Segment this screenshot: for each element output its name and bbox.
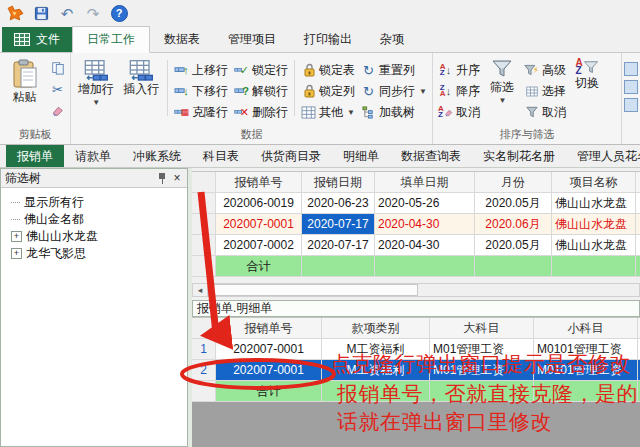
other-button[interactable]: 其他▼: [298, 102, 358, 122]
table-cell[interactable]: 2020-05-26: [375, 193, 475, 214]
filter-button[interactable]: 筛选 ▼: [483, 56, 521, 105]
reset-column-button[interactable]: ↻重置列: [358, 60, 430, 80]
doc-tab-data-query[interactable]: 数据查询表: [390, 145, 472, 167]
col-header[interactable]: 报销单号: [216, 318, 322, 339]
row-indicator[interactable]: [192, 193, 216, 214]
tree-item-foshan-shanshuilongpan[interactable]: +佛山山水龙盘: [11, 228, 187, 245]
selected-cell[interactable]: M工资福利: [322, 360, 430, 381]
row-indicator[interactable]: 1: [192, 339, 216, 360]
tab-daily-work[interactable]: 日常工作: [72, 26, 150, 53]
delete-row-button[interactable]: ✕删除行: [231, 102, 291, 122]
col-header[interactable]: 项目名称: [552, 172, 636, 193]
tab-file[interactable]: 文件: [2, 27, 72, 52]
doc-tab-payment-request[interactable]: 请款单: [64, 145, 122, 167]
paste-button[interactable]: 粘贴: [2, 56, 47, 104]
close-icon[interactable]: ×: [171, 171, 183, 185]
advanced-filter-button[interactable]: ⚡高级: [521, 60, 569, 80]
doc-tab-supplier-directory[interactable]: 供货商目录: [250, 145, 332, 167]
table-cell[interactable]: 202007-0001: [216, 214, 302, 235]
col-header[interactable]: [636, 172, 640, 193]
cut-button[interactable]: ✂: [47, 79, 68, 99]
filter-select-button[interactable]: 选择: [521, 81, 569, 101]
table-cell[interactable]: M01管理工资: [430, 339, 534, 360]
lock-row-button[interactable]: ✓锁定行: [231, 60, 291, 80]
tab-misc[interactable]: 杂项: [366, 27, 418, 52]
col-header[interactable]: 大科目: [430, 318, 534, 339]
help-button[interactable]: ?: [110, 4, 128, 22]
filter-cancel-button[interactable]: 取消: [521, 102, 569, 122]
move-up-row-button[interactable]: ↑上移行: [171, 60, 231, 80]
table-cell[interactable]: [636, 235, 640, 256]
col-header[interactable]: 报销日期: [302, 172, 375, 193]
table-cell[interactable]: 202006-0019: [216, 193, 302, 214]
copy-button[interactable]: [47, 58, 68, 78]
doc-tab-expense-form[interactable]: 报销单: [6, 145, 64, 167]
insert-row-button[interactable]: 插入行: [119, 56, 165, 96]
row-indicator[interactable]: 2: [192, 360, 216, 381]
selected-cell[interactable]: 2020-07-17: [302, 214, 375, 235]
table-cell[interactable]: 2020-07-17: [302, 235, 375, 256]
doc-tab-detail-form[interactable]: 明细单: [332, 145, 390, 167]
save-button[interactable]: [32, 4, 50, 22]
clone-row-button[interactable]: ▦克隆行: [171, 102, 231, 122]
selected-cell[interactable]: 202007-0001: [216, 360, 322, 381]
col-header[interactable]: 款项类别: [322, 318, 430, 339]
scroll-left-button[interactable]: ◂: [193, 284, 208, 296]
col-header[interactable]: 月份: [475, 172, 552, 193]
redo-button[interactable]: ↷: [84, 4, 102, 22]
sort-ascending-button[interactable]: AZ↓升序: [435, 60, 483, 80]
table-cell[interactable]: 2020-04-30: [375, 214, 475, 235]
cutoff-button-icon[interactable]: [624, 80, 638, 94]
toggle-button[interactable]: AZ 切换: [569, 56, 605, 90]
sort-descending-button[interactable]: ZA↓降序: [435, 81, 483, 101]
table-cell[interactable]: 2020.05月: [475, 235, 552, 256]
col-header[interactable]: 填单日期: [375, 172, 475, 193]
table-cell[interactable]: M工资福利: [322, 339, 430, 360]
table-cell[interactable]: 202007-0001: [216, 339, 322, 360]
table-cell[interactable]: 2020.06月: [475, 214, 552, 235]
tree-item-foshan-jinmingdu[interactable]: 佛山金名都: [11, 211, 187, 228]
col-header[interactable]: 报销单号: [216, 172, 302, 193]
scrollbar-thumb[interactable]: [208, 284, 418, 296]
table-cell[interactable]: 佛山山水龙盘: [552, 193, 636, 214]
table-cell[interactable]: 佛山山水龙盘: [552, 214, 636, 235]
lock-column-button[interactable]: 锁定列: [298, 81, 358, 101]
add-row-button[interactable]: 增加行 ▼: [73, 56, 119, 107]
tab-data-sheet[interactable]: 数据表: [150, 27, 214, 52]
pin-icon[interactable]: [157, 172, 167, 184]
sort-cancel-button[interactable]: AZ取消: [435, 102, 483, 122]
table-cell[interactable]: 202007-0002: [216, 235, 302, 256]
doc-tab-manager-roster[interactable]: 管理人员花名册: [566, 145, 640, 167]
table-cell[interactable]: 佛山山水龙盘: [552, 235, 636, 256]
expand-icon[interactable]: +: [11, 248, 22, 259]
load-tree-button[interactable]: 加载树: [358, 102, 430, 122]
move-down-row-button[interactable]: ↓下移行: [171, 81, 231, 101]
format-eraser-button[interactable]: [47, 100, 68, 120]
table-cell[interactable]: 2020-04-30: [375, 235, 475, 256]
lock-table-button[interactable]: 锁定表: [298, 60, 358, 80]
unlock-row-button[interactable]: ?解锁行: [231, 81, 291, 101]
table-cell[interactable]: [636, 214, 640, 235]
tree-item-longhua-feiyingsi[interactable]: +龙华飞影思: [11, 245, 187, 262]
row-indicator[interactable]: [192, 214, 216, 235]
tab-print-output[interactable]: 打印输出: [290, 27, 366, 52]
doc-tab-realname-roster[interactable]: 实名制花名册: [472, 145, 566, 167]
cutoff-button-icon[interactable]: [624, 62, 638, 76]
table-cell[interactable]: M0101管理工资: [534, 339, 638, 360]
cutoff-button-icon[interactable]: [624, 98, 638, 112]
doc-tab-offset-system[interactable]: 冲账系统: [122, 145, 192, 167]
expand-icon[interactable]: +: [11, 231, 22, 242]
table-cell[interactable]: 2020-06-23: [302, 193, 375, 214]
undo-button[interactable]: ↶: [58, 4, 76, 22]
row-indicator[interactable]: [192, 235, 216, 256]
doc-tab-account-table[interactable]: 科目表: [192, 145, 250, 167]
table-cell[interactable]: [636, 193, 640, 214]
selected-cell[interactable]: M0101管理工资: [534, 360, 638, 381]
tree-item-show-all-rows[interactable]: 显示所有行: [11, 194, 187, 211]
table-cell[interactable]: 2020.05月: [475, 193, 552, 214]
selected-cell[interactable]: M01管理工资: [430, 360, 534, 381]
sync-row-button[interactable]: ↻同步行▼: [358, 81, 430, 101]
col-header[interactable]: 小科目: [534, 318, 638, 339]
tab-manage-project[interactable]: 管理项目: [214, 27, 290, 52]
horizontal-scrollbar[interactable]: ◂: [192, 283, 640, 297]
